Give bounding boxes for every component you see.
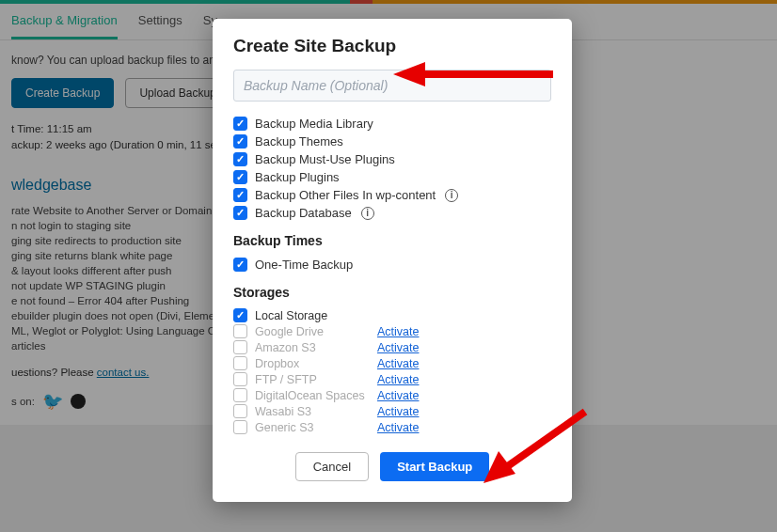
activate-ftp[interactable]: Activate (377, 373, 419, 386)
check-muplugins-label: Backup Must-Use Plugins (255, 152, 395, 166)
activate-amazon[interactable]: Activate (377, 341, 419, 354)
check-amazon (233, 340, 247, 354)
storage-gdrive: Google Drive (255, 325, 370, 338)
storage-generic: Generic S3 (255, 421, 370, 434)
info-icon[interactable] (445, 189, 458, 202)
storage-local: Local Storage (255, 309, 370, 322)
check-plugins[interactable] (233, 170, 247, 184)
check-do (233, 388, 247, 402)
check-ftp (233, 372, 247, 386)
activate-gdrive[interactable]: Activate (377, 325, 419, 338)
activate-wasabi[interactable]: Activate (377, 405, 419, 418)
storages-title: Storages (233, 285, 551, 300)
activate-do[interactable]: Activate (377, 389, 419, 402)
check-database-label: Backup Database (255, 206, 352, 220)
storage-wasabi: Wasabi S3 (255, 405, 370, 418)
activate-dropbox[interactable]: Activate (377, 357, 419, 370)
start-backup-button[interactable]: Start Backup (380, 452, 489, 481)
storage-ftp: FTP / SFTP (255, 373, 370, 386)
check-media-label: Backup Media Library (255, 117, 373, 131)
check-themes[interactable] (233, 134, 247, 149)
check-gdrive (233, 324, 247, 338)
create-backup-modal: Create Site Backup Backup Media Library … (213, 19, 572, 502)
storage-dropbox: Dropbox (255, 357, 370, 370)
check-dropbox (233, 356, 247, 370)
backup-times-title: Backup Times (233, 233, 551, 248)
check-muplugins[interactable] (233, 152, 247, 166)
cancel-button[interactable]: Cancel (295, 452, 369, 481)
check-wasabi (233, 404, 247, 418)
check-local-storage[interactable] (233, 308, 247, 322)
check-plugins-label: Backup Plugins (255, 170, 340, 184)
storage-amazon: Amazon S3 (255, 341, 370, 354)
storage-do: DigitalOcean Spaces (255, 389, 370, 402)
check-generic (233, 420, 247, 434)
check-media[interactable] (233, 117, 247, 131)
backup-name-input[interactable] (233, 70, 551, 102)
check-otherfiles[interactable] (233, 188, 247, 202)
check-onetime-label: One-Time Backup (255, 258, 353, 272)
check-otherfiles-label: Backup Other Files In wp-content (255, 188, 436, 202)
check-onetime[interactable] (233, 258, 247, 272)
activate-generic[interactable]: Activate (377, 421, 419, 434)
check-themes-label: Backup Themes (255, 134, 343, 149)
modal-title: Create Site Backup (233, 36, 551, 56)
info-icon[interactable] (361, 207, 374, 220)
check-database[interactable] (233, 206, 247, 220)
